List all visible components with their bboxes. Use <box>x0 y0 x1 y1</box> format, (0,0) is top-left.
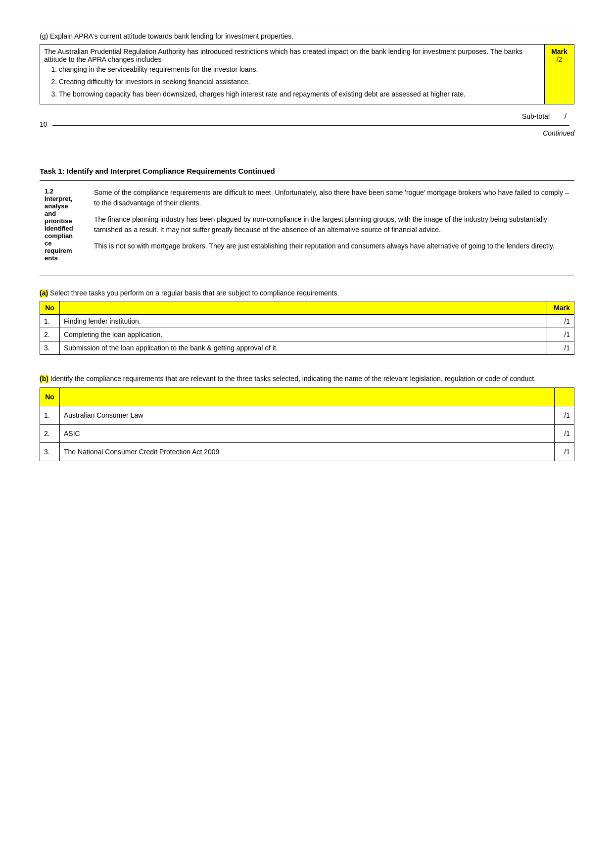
row-mark-b-1: /1 <box>555 406 574 424</box>
page-number: 10 <box>40 120 47 128</box>
section-b-table: No 1. Australian Consumer Law /1 2. ASIC… <box>40 387 574 461</box>
list-item-1: changing in the serviceability requireme… <box>59 63 540 76</box>
footer-rule <box>52 125 569 126</box>
section-a-highlight: (a) <box>40 289 48 297</box>
table-row: 3. The National Consumer Credit Protecti… <box>40 442 574 461</box>
row-no-a-2: 2. <box>40 328 60 341</box>
question-g-label: (g) Explain APRA's current attitude towa… <box>40 32 574 40</box>
row-mark-b-2: /1 <box>555 424 574 442</box>
row-mark-b-3: /1 <box>555 442 574 461</box>
answer-content-g: The Australian Prudential Regulation Aut… <box>40 45 545 104</box>
answer-table-g: The Australian Prudential Regulation Aut… <box>40 44 574 104</box>
left-label-1-2: 1.2 Interpret, analyse and prioritise id… <box>40 184 89 266</box>
page-footer: 10 <box>40 120 574 128</box>
list-item-2: Creating difficultly for investors in se… <box>59 76 540 88</box>
table-row: 1. Australian Consumer Law /1 <box>40 406 574 424</box>
row-task-a-3: Submission of the loan application to th… <box>60 341 547 354</box>
right-col-1-2: Some of the compliance requirements are … <box>89 184 574 266</box>
section-a-table: No Mark 1. Finding lender institution. /… <box>40 301 574 355</box>
table-row: 2. Completing the loan application. /1 <box>40 328 574 341</box>
section-b-highlight: (b) <box>40 375 48 383</box>
subtotal-slash: / <box>565 112 574 120</box>
mark-header-g: Mark /2 <box>545 45 574 104</box>
col-header-no-a: No <box>40 301 60 314</box>
section-a-rest: Select three tasks you perform on a regu… <box>48 289 339 297</box>
row-req-b-3: The National Consumer Credit Protection … <box>60 442 555 461</box>
col-header-no-b: No <box>40 387 60 406</box>
task1-title-bold: Task 1: Identify and Interpret Complianc… <box>40 167 236 175</box>
col-header-mark-b <box>555 387 574 406</box>
row-req-b-2: ASIC <box>60 424 555 442</box>
task1-title: Task 1: Identify and Interpret Complianc… <box>40 167 574 175</box>
section-rule-top <box>40 180 574 181</box>
row-task-a-2: Completing the loan application. <box>60 328 547 341</box>
table-row: 3. Submission of the loan application to… <box>40 341 574 354</box>
content-grid-1-2: 1.2 Interpret, analyse and prioritise id… <box>40 184 574 266</box>
col-header-task-a <box>60 301 547 314</box>
answer-text-g: The Australian Prudential Regulation Aut… <box>44 48 522 63</box>
para-3: This is not so with mortgage brokers. Th… <box>94 241 569 251</box>
section-rule-bottom <box>40 276 574 276</box>
row-mark-a-3: /1 <box>547 341 574 354</box>
top-rule <box>40 25 574 25</box>
section-a-label: (a) Select three tasks you perform on a … <box>40 289 574 297</box>
mark-value-g: /2 <box>557 55 563 63</box>
row-req-b-1: Australian Consumer Law <box>60 406 555 424</box>
row-no-b-3: 3. <box>40 442 60 461</box>
row-no-a-3: 3. <box>40 341 60 354</box>
row-mark-a-1: /1 <box>547 314 574 328</box>
list-item-3: The borrowing capacity has been downsize… <box>59 88 540 100</box>
row-no-b-2: 2. <box>40 424 60 442</box>
row-mark-a-2: /1 <box>547 328 574 341</box>
table-row: 1. Finding lender institution. /1 <box>40 314 574 328</box>
subtotal-label: Sub-total <box>522 112 550 120</box>
row-no-b-1: 1. <box>40 406 60 424</box>
col-header-req-b <box>60 387 555 406</box>
table-row: 2. ASIC /1 <box>40 424 574 442</box>
continued-text: Continued <box>40 129 574 137</box>
row-task-a-1: Finding lender institution. <box>60 314 547 328</box>
para-1: Some of the compliance requirements are … <box>94 188 569 208</box>
answer-list-g: changing in the serviceability requireme… <box>59 63 540 101</box>
section-b-rest: Identify the compliance requirements tha… <box>48 375 536 383</box>
section-b-label: (b) Identify the compliance requirements… <box>40 375 574 383</box>
task1-title-rest: Continued <box>236 167 275 175</box>
subtotal-row: Sub-total / <box>40 112 574 120</box>
para-2: The finance planning industry has been p… <box>94 214 569 235</box>
col-header-mark-a: Mark <box>547 301 574 314</box>
row-no-a-1: 1. <box>40 314 60 328</box>
